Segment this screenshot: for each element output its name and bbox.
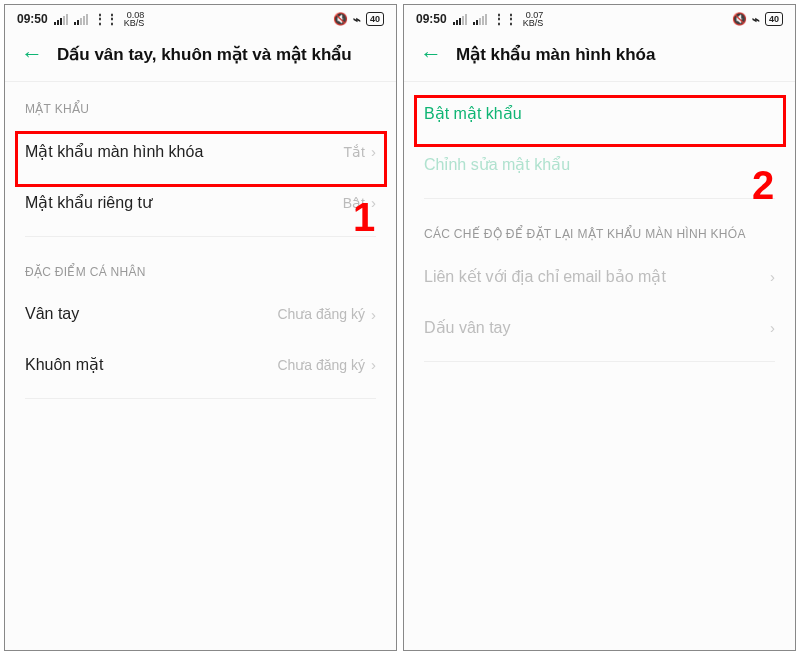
row-label: Vân tay <box>25 305 79 323</box>
chevron-right-icon: › <box>770 319 775 336</box>
phone-left: 09:50 ⋮⋮ 0.08KB/S 🔇 ⌁ 40 ← Dấu vân tay, … <box>4 4 397 651</box>
row-label: Khuôn mặt <box>25 355 103 374</box>
chevron-right-icon: › <box>371 143 376 160</box>
row-label: Chỉnh sửa mật khẩu <box>424 155 570 174</box>
header: ← Mật khẩu màn hình khóa <box>404 33 795 82</box>
section-label-reset: CÁC CHẾ ĐỘ ĐỂ ĐẶT LẠI MẬT KHẨU MÀN HÌNH … <box>404 207 795 251</box>
mute-icon: 🔇 <box>732 12 747 26</box>
phone-right: 09:50 ⋮⋮ 0.07KB/S 🔇 ⌁ 40 ← Mật khẩu màn … <box>403 4 796 651</box>
signal-icon-2 <box>74 14 88 25</box>
battery-icon: 40 <box>366 12 384 26</box>
header: ← Dấu vân tay, khuôn mặt và mật khẩu <box>5 33 396 82</box>
row-privacy-password[interactable]: Mật khẩu riêng tư Bật› <box>5 177 396 228</box>
row-fingerprint[interactable]: Vân tay Chưa đăng ký› <box>5 289 396 339</box>
annotation-number: 1 <box>353 195 375 240</box>
divider <box>25 236 376 237</box>
page-title: Dấu vân tay, khuôn mặt và mật khẩu <box>57 44 352 65</box>
wifi-icon: ⋮⋮ <box>493 12 517 26</box>
signal-icon <box>453 14 467 25</box>
signal-icon-2 <box>473 14 487 25</box>
row-label: Mật khẩu riêng tư <box>25 193 152 212</box>
status-time: 09:50 <box>17 12 48 26</box>
back-icon[interactable]: ← <box>420 43 442 65</box>
section-label-password: MẬT KHẨU <box>5 82 396 126</box>
row-label: Dấu vân tay <box>424 318 510 337</box>
row-email-link: Liên kết với địa chỉ email bảo mật › <box>404 251 795 302</box>
row-edit-password: Chỉnh sửa mật khẩu <box>404 139 795 190</box>
chevron-right-icon: › <box>371 356 376 373</box>
row-value: Tắt› <box>344 143 376 160</box>
back-icon[interactable]: ← <box>21 43 43 65</box>
row-enable-password[interactable]: Bật mật khẩu <box>404 82 795 139</box>
bluetooth-icon: ⌁ <box>353 12 361 27</box>
annotation-number: 2 <box>752 163 774 208</box>
status-bar: 09:50 ⋮⋮ 0.07KB/S 🔇 ⌁ 40 <box>404 5 795 33</box>
row-label: Mật khẩu màn hình khóa <box>25 142 203 161</box>
row-value: Chưa đăng ký› <box>277 306 376 323</box>
bluetooth-icon: ⌁ <box>752 12 760 27</box>
status-kbs: 0.08KB/S <box>124 11 145 27</box>
chevron-right-icon: › <box>770 268 775 285</box>
section-label-personal: ĐẶC ĐIỂM CÁ NHÂN <box>5 245 396 289</box>
battery-icon: 40 <box>765 12 783 26</box>
mute-icon: 🔇 <box>333 12 348 26</box>
row-lockscreen-password[interactable]: Mật khẩu màn hình khóa Tắt› <box>5 126 396 177</box>
row-value: Chưa đăng ký› <box>277 356 376 373</box>
divider <box>25 398 376 399</box>
wifi-icon: ⋮⋮ <box>94 12 118 26</box>
divider <box>424 361 775 362</box>
signal-icon <box>54 14 68 25</box>
status-kbs: 0.07KB/S <box>523 11 544 27</box>
page-title: Mật khẩu màn hình khóa <box>456 44 655 65</box>
row-face[interactable]: Khuôn mặt Chưa đăng ký› <box>5 339 396 390</box>
status-time: 09:50 <box>416 12 447 26</box>
row-label: Bật mật khẩu <box>424 104 522 123</box>
chevron-right-icon: › <box>371 306 376 323</box>
divider <box>424 198 775 199</box>
status-bar: 09:50 ⋮⋮ 0.08KB/S 🔇 ⌁ 40 <box>5 5 396 33</box>
row-fingerprint-reset: Dấu vân tay › <box>404 302 795 353</box>
row-label: Liên kết với địa chỉ email bảo mật <box>424 267 666 286</box>
